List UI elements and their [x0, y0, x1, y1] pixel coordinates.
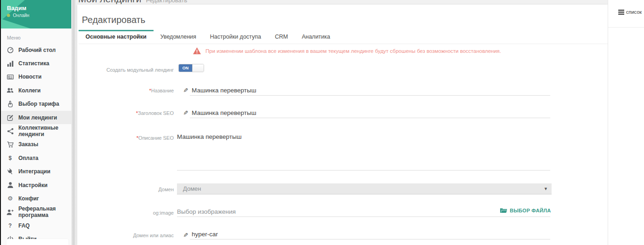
stats-icon	[6, 60, 14, 67]
online-dot-icon	[7, 14, 10, 17]
warning-text: При изменении шаблона все изменения в ва…	[205, 48, 501, 54]
domain-alias-label: Домен или алиас	[77, 232, 174, 239]
sidebar-item-label: Новости	[18, 74, 41, 80]
sidebar-item-integrations[interactable]: Интеграции	[1, 165, 71, 178]
sidebar-item-label: Выбор тарифа	[18, 101, 59, 107]
og-image-label: og:image	[77, 210, 174, 216]
collective-landings-icon	[6, 127, 14, 135]
list-view-button[interactable]: список	[618, 9, 642, 15]
folder-icon	[500, 208, 507, 213]
sidebar-item-collective-landings[interactable]: Коллективные лендинги	[1, 124, 71, 137]
sidebar-item-tariff[interactable]: Выбор тарифа	[1, 97, 71, 111]
menu-section-label: Меню	[1, 28, 71, 43]
payment-icon: $	[6, 154, 14, 162]
warning-icon	[193, 47, 201, 54]
user-name: Вадим	[7, 5, 26, 11]
user-status: Онлайн	[7, 13, 29, 18]
tab-notifications[interactable]: Уведомления	[154, 30, 203, 44]
right-panel-header: список	[608, 0, 644, 28]
seo-title-input[interactable]	[190, 108, 550, 118]
sidebar-bottom-panel	[6, 239, 68, 245]
edit-card: Редактировать Основные настройки Уведомл…	[77, 5, 608, 245]
sidebar-item-label: Интеграции	[18, 168, 51, 175]
sidebar-item-label: Коллеги	[18, 87, 41, 94]
name-label: *Название	[77, 87, 174, 94]
colleagues-icon	[6, 87, 14, 94]
pencil-icon: ✎	[182, 87, 189, 94]
tariff-icon	[6, 100, 14, 108]
card-title: Редактировать	[82, 15, 145, 25]
sidebar-item-label: Конфиг	[18, 195, 39, 202]
sidebar-menu: Рабочий стол Статистика Новости Коллеги	[1, 43, 71, 245]
sidebar-user-header: Вадим Онлайн	[1, 0, 71, 28]
sidebar-scrollbar[interactable]	[71, 0, 76, 245]
tab-access-settings[interactable]: Настройки доступа	[203, 30, 268, 44]
sidebar-item-settings[interactable]: Настройки	[1, 178, 71, 192]
sidebar-item-referral[interactable]: Реферальная программа	[1, 205, 71, 219]
sidebar-item-label: Заказы	[18, 141, 38, 148]
list-icon	[618, 10, 624, 15]
sidebar-item-label: FAQ	[18, 222, 30, 229]
sidebar-item-colleagues[interactable]: Коллеги	[1, 84, 71, 97]
sidebar-item-my-landings[interactable]: Мои лендинги	[1, 111, 71, 124]
my-landings-icon	[6, 114, 14, 121]
sidebar-item-dashboard[interactable]: Рабочий стол	[1, 43, 71, 57]
sidebar-item-faq[interactable]: ? FAQ	[1, 219, 71, 232]
sidebar-item-payment[interactable]: $ Оплата	[1, 151, 71, 165]
pencil-icon: ✎	[182, 232, 189, 239]
breadcrumb: Мои лендинги Редактировать	[78, 0, 187, 5]
news-icon	[6, 73, 14, 80]
choose-file-button[interactable]: ВЫБОР ФАЙЛА	[500, 208, 551, 213]
tab-crm[interactable]: CRM	[268, 30, 295, 44]
toggle-on-label: ON	[179, 64, 192, 72]
right-panel: список	[608, 0, 644, 245]
dashboard-icon	[6, 46, 14, 54]
choose-file-label: ВЫБОР ФАЙЛА	[510, 208, 551, 213]
warning-banner: При изменении шаблона все изменения в ва…	[193, 47, 501, 54]
seo-description-textarea[interactable]: Машинка перевертыш	[177, 133, 550, 171]
sidebar-item-label: Статистика	[18, 60, 49, 67]
domain-alias-input[interactable]	[190, 229, 550, 239]
tab-main-settings[interactable]: Основные настройки	[79, 30, 154, 44]
sidebar-item-label: Настройки	[18, 182, 47, 188]
config-icon: ⚙	[6, 195, 14, 202]
sidebar: Вадим Онлайн Меню Рабочий стол Статистик…	[1, 0, 71, 245]
modular-landing-toggle[interactable]: ON	[178, 64, 204, 72]
settings-icon	[6, 182, 14, 189]
toggle-knob	[192, 64, 204, 72]
sidebar-item-label: Оплата	[18, 155, 38, 161]
sidebar-item-label: Мои лендинги	[18, 114, 57, 121]
sidebar-item-orders[interactable]: Заказы	[1, 138, 71, 151]
caret-down-icon: ▾	[544, 186, 547, 192]
domain-label: Домен	[77, 186, 174, 193]
pencil-icon: ✎	[182, 109, 189, 116]
domain-select-placeholder: Домен	[183, 185, 201, 192]
seo-description-label: *Описание SEO	[77, 135, 174, 141]
sidebar-item-label: Реферальная программа	[18, 205, 71, 218]
breadcrumb-sub: Редактировать	[146, 0, 187, 4]
og-image-input[interactable]	[177, 207, 550, 217]
orders-icon	[6, 141, 14, 148]
faq-icon: ?	[6, 222, 14, 229]
tab-analytics[interactable]: Аналитика	[295, 30, 337, 44]
seo-title-label: *Заголовок SEO	[77, 110, 174, 116]
integrations-icon	[6, 168, 14, 175]
tab-bar: Основные настройки Уведомления Настройки…	[79, 30, 608, 44]
sidebar-item-statistics[interactable]: Статистика	[1, 57, 71, 70]
list-view-label: список	[626, 9, 642, 15]
name-input[interactable]	[190, 85, 550, 96]
domain-select[interactable]: Домен ▾	[177, 183, 552, 194]
modular-landing-label: Создать модульный лендинг	[77, 67, 174, 73]
referral-icon	[6, 208, 14, 216]
sidebar-item-label: Коллективные лендинги	[18, 125, 71, 137]
page-title: Мои лендинги	[78, 0, 141, 5]
user-status-label: Онлайн	[13, 13, 29, 18]
sidebar-item-news[interactable]: Новости	[1, 70, 71, 84]
sidebar-item-config[interactable]: ⚙ Конфиг	[1, 192, 71, 205]
sidebar-item-label: Рабочий стол	[18, 47, 56, 53]
